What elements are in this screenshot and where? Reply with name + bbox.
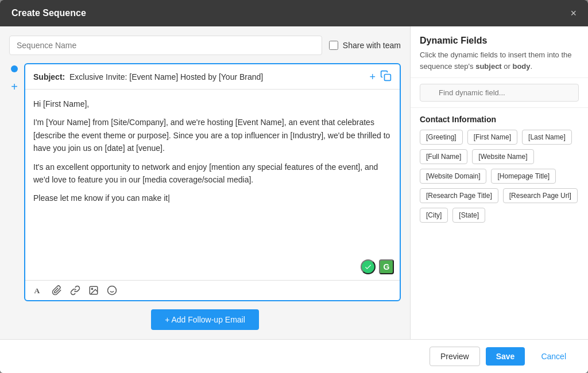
body-para2: It's an excellent opportunity to network…	[33, 161, 392, 187]
share-team-container: Share with team	[329, 41, 401, 50]
save-button[interactable]: Save	[486, 347, 525, 366]
dynamic-fields-title: Dynamic Fields	[420, 36, 579, 46]
add-followup-button[interactable]: + Add Follow-up Email	[151, 309, 259, 330]
search-bar: 🔍	[411, 78, 588, 108]
fields-section: Contact Information [Greeting][First Nam…	[411, 108, 588, 339]
left-sidebar: +	[9, 63, 20, 301]
modal-header: Create Sequence ×	[0, 0, 588, 26]
paperclip-icon	[52, 285, 62, 296]
link-button[interactable]	[70, 285, 80, 296]
field-tag[interactable]: [Research Page Title]	[420, 188, 498, 203]
field-tag[interactable]: [Greeting]	[420, 130, 463, 145]
subject-bar: Subject: Exclusive Invite: [Event Name] …	[25, 64, 400, 90]
field-tag[interactable]: [Website Name]	[472, 149, 533, 164]
grammarly-g-button[interactable]: G	[379, 259, 394, 274]
editor-area: + Subject: Exclusive Invite: [Event Name…	[9, 63, 401, 301]
email-editor: Subject: Exclusive Invite: [Event Name] …	[24, 63, 401, 301]
body-para3: Please let me know if you can make it|	[33, 192, 392, 204]
font-icon: A	[33, 285, 44, 296]
share-team-checkbox[interactable]	[329, 41, 338, 50]
field-tag[interactable]: [Last Name]	[522, 130, 572, 145]
share-team-label: Share with team	[343, 41, 401, 50]
svg-point-3	[91, 288, 92, 289]
add-step-button[interactable]: +	[9, 81, 20, 92]
main-panel: Share with team + Subje	[0, 26, 410, 339]
editor-toolbar: A	[25, 280, 400, 300]
right-panel: Dynamic Fields Click the dynamic fields …	[410, 26, 588, 339]
add-subject-button[interactable]: +	[369, 72, 376, 82]
svg-text:A: A	[34, 286, 40, 295]
grammarly-area: G	[361, 259, 394, 274]
subject-text: Subject: Exclusive Invite: [Event Name] …	[33, 72, 369, 81]
subject-value: Exclusive Invite: [Event Name] Hosted by…	[69, 72, 263, 81]
copy-icon	[380, 70, 392, 81]
attachment-button[interactable]	[52, 285, 62, 296]
subject-label: Subject:	[33, 72, 69, 81]
dynamic-fields-description: Click the dynamic fields to insert them …	[420, 49, 579, 72]
top-bar: Share with team	[9, 36, 401, 55]
dynamic-fields-header: Dynamic Fields Click the dynamic fields …	[411, 26, 588, 78]
sequence-name-input[interactable]	[9, 36, 322, 55]
copy-subject-button[interactable]	[380, 70, 392, 83]
dynamic-field-search[interactable]	[420, 84, 579, 102]
subject-bold: subject	[475, 62, 502, 71]
field-tag[interactable]: [First Name]	[467, 130, 517, 145]
search-wrapper: 🔍	[420, 84, 579, 102]
link-icon	[70, 285, 80, 296]
body-greeting: Hi [First Name],	[33, 98, 392, 110]
emoji-button[interactable]	[107, 285, 117, 296]
email-body[interactable]: Hi [First Name], I'm [Your Name] from [S…	[25, 90, 400, 280]
svg-rect-0	[385, 75, 391, 81]
check-icon	[364, 263, 372, 271]
body-para1: I'm [Your Name] from [Site/Company], and…	[33, 116, 392, 154]
create-sequence-modal: Create Sequence × Share with team	[0, 0, 588, 373]
grammarly-check-button[interactable]	[361, 259, 376, 274]
field-tag[interactable]: [State]	[452, 208, 485, 223]
field-tags: [Greeting][First Name][Last Name][Full N…	[420, 130, 579, 223]
field-tag[interactable]: [Full Name]	[420, 149, 467, 164]
contact-section-title: Contact Information	[420, 115, 579, 124]
field-tag[interactable]: [City]	[420, 208, 448, 223]
bottom-bar: + Add Follow-up Email	[9, 309, 401, 330]
emoji-icon	[107, 285, 117, 296]
preview-button[interactable]: Preview	[430, 347, 480, 366]
cancel-button[interactable]: Cancel	[531, 347, 577, 366]
modal-body: Share with team + Subje	[0, 26, 588, 339]
font-button[interactable]: A	[33, 285, 44, 296]
step-dot[interactable]	[11, 65, 18, 72]
image-icon	[88, 285, 99, 296]
modal-title: Create Sequence	[11, 8, 86, 18]
modal-footer: Preview Save Cancel	[0, 339, 588, 373]
field-tag[interactable]: [Research Page Url]	[503, 188, 578, 203]
body-bold: body	[512, 62, 530, 71]
close-button[interactable]: ×	[570, 8, 577, 18]
svg-point-4	[108, 286, 117, 295]
field-tag[interactable]: [Website Domain]	[420, 169, 486, 184]
image-button[interactable]	[88, 285, 99, 296]
subject-actions: +	[369, 70, 392, 83]
field-tag[interactable]: [Homepage Title]	[491, 169, 556, 184]
